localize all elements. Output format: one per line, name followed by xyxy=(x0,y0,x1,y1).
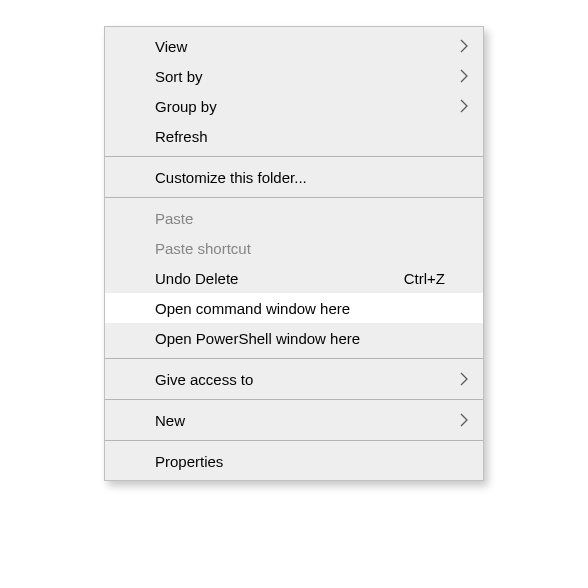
chevron-right-icon xyxy=(459,69,469,83)
menu-separator xyxy=(105,197,483,198)
menu-item-undo-delete[interactable]: Undo Delete Ctrl+Z xyxy=(105,263,483,293)
menu-item-give-access-to[interactable]: Give access to xyxy=(105,364,483,394)
menu-item-label: Paste shortcut xyxy=(155,240,469,257)
menu-item-label: Group by xyxy=(155,98,469,115)
menu-item-label: View xyxy=(155,38,469,55)
chevron-right-icon xyxy=(459,39,469,53)
menu-item-label: Refresh xyxy=(155,128,469,145)
menu-item-label: New xyxy=(155,412,469,429)
context-menu: View Sort by Group by Refresh Customize … xyxy=(104,26,484,481)
menu-item-paste: Paste xyxy=(105,203,483,233)
menu-item-open-command-window[interactable]: Open command window here xyxy=(105,293,483,323)
menu-item-label: Paste xyxy=(155,210,469,227)
menu-item-refresh[interactable]: Refresh xyxy=(105,121,483,151)
menu-item-label: Open command window here xyxy=(155,300,469,317)
menu-item-customize-folder[interactable]: Customize this folder... xyxy=(105,162,483,192)
menu-separator xyxy=(105,440,483,441)
menu-item-shortcut: Ctrl+Z xyxy=(404,270,445,287)
menu-item-sort-by[interactable]: Sort by xyxy=(105,61,483,91)
menu-item-label: Customize this folder... xyxy=(155,169,469,186)
chevron-right-icon xyxy=(459,413,469,427)
menu-item-paste-shortcut: Paste shortcut xyxy=(105,233,483,263)
menu-item-open-powershell-window[interactable]: Open PowerShell window here xyxy=(105,323,483,353)
chevron-right-icon xyxy=(459,99,469,113)
menu-separator xyxy=(105,358,483,359)
menu-item-label: Properties xyxy=(155,453,469,470)
menu-item-properties[interactable]: Properties xyxy=(105,446,483,476)
menu-item-label: Undo Delete xyxy=(155,270,404,287)
menu-item-label: Give access to xyxy=(155,371,469,388)
menu-item-new[interactable]: New xyxy=(105,405,483,435)
menu-separator xyxy=(105,399,483,400)
menu-item-group-by[interactable]: Group by xyxy=(105,91,483,121)
menu-item-view[interactable]: View xyxy=(105,31,483,61)
menu-separator xyxy=(105,156,483,157)
chevron-right-icon xyxy=(459,372,469,386)
menu-item-label: Sort by xyxy=(155,68,469,85)
menu-item-label: Open PowerShell window here xyxy=(155,330,469,347)
